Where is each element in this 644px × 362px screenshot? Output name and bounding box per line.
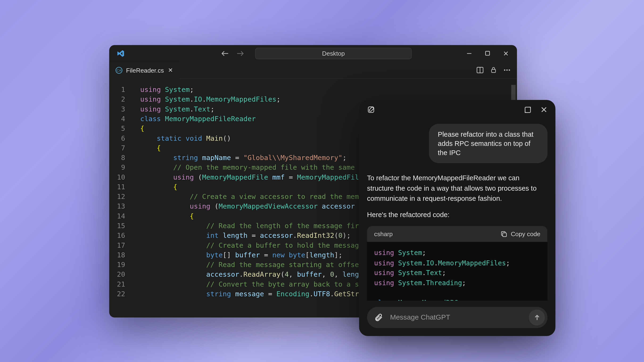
copy-icon (501, 230, 507, 237)
window-minimize-icon[interactable] (466, 50, 472, 56)
user-message-text: Please refactor into a class that adds R… (438, 130, 534, 156)
svg-rect-0 (486, 52, 490, 56)
chat-input-container (367, 307, 547, 328)
line-number-gutter: 12345678910111213141516171819202122 (109, 79, 131, 318)
chat-input-row (359, 301, 555, 336)
titlebar: Desktop (109, 45, 517, 62)
attachment-icon[interactable] (372, 313, 385, 322)
codeblock-header: csharp Copy code (367, 226, 547, 242)
chat-close-icon[interactable] (540, 106, 547, 113)
vscode-logo-icon (113, 50, 129, 58)
chat-body: Please refactor into a class that adds R… (359, 116, 555, 301)
new-chat-icon[interactable] (367, 106, 375, 114)
codeblock-lang: csharp (374, 230, 393, 237)
copy-code-label: Copy code (511, 230, 540, 237)
send-button[interactable] (529, 310, 545, 326)
assistant-paragraph: To refactor the MemoryMappedFileReader w… (367, 173, 547, 204)
svg-rect-4 (492, 70, 496, 72)
expand-icon[interactable] (524, 106, 532, 113)
codeblock-content[interactable]: using System;using System.IO.MemoryMappe… (367, 242, 547, 301)
user-message-bubble: Please refactor into a class that adds R… (429, 124, 548, 163)
svg-point-5 (504, 70, 506, 71)
svg-text:C#: C# (117, 68, 122, 72)
command-center[interactable]: Desktop (255, 48, 412, 60)
window-close-icon[interactable] (503, 50, 509, 56)
tab-filereader[interactable]: C# FileReader.cs (109, 62, 180, 78)
chat-message-input[interactable] (390, 314, 529, 322)
command-center-label: Desktop (322, 50, 345, 57)
tab-close-icon[interactable] (167, 67, 173, 73)
assistant-codeblock: csharp Copy code using System;using Syst… (367, 226, 547, 301)
nav-back-icon[interactable] (222, 50, 229, 57)
chat-header (359, 100, 555, 116)
tab-filename: FileReader.cs (126, 66, 164, 74)
lock-icon[interactable] (490, 66, 497, 74)
svg-rect-10 (503, 232, 506, 236)
nav-forward-icon[interactable] (237, 50, 244, 57)
csharp-file-icon: C# (116, 66, 122, 74)
svg-point-7 (509, 70, 510, 71)
chatgpt-panel: Please refactor into a class that adds R… (359, 100, 555, 336)
editor-scrollbar-thumb[interactable] (511, 85, 516, 101)
svg-point-6 (506, 70, 508, 71)
copy-code-button[interactable]: Copy code (501, 230, 540, 237)
tabbar: C# FileReader.cs (109, 62, 517, 79)
svg-rect-9 (525, 107, 530, 112)
split-editor-icon[interactable] (476, 66, 484, 74)
window-maximize-icon[interactable] (485, 50, 490, 56)
assistant-paragraph: Here's the refactored code: (367, 210, 547, 220)
more-actions-icon[interactable] (503, 66, 511, 74)
